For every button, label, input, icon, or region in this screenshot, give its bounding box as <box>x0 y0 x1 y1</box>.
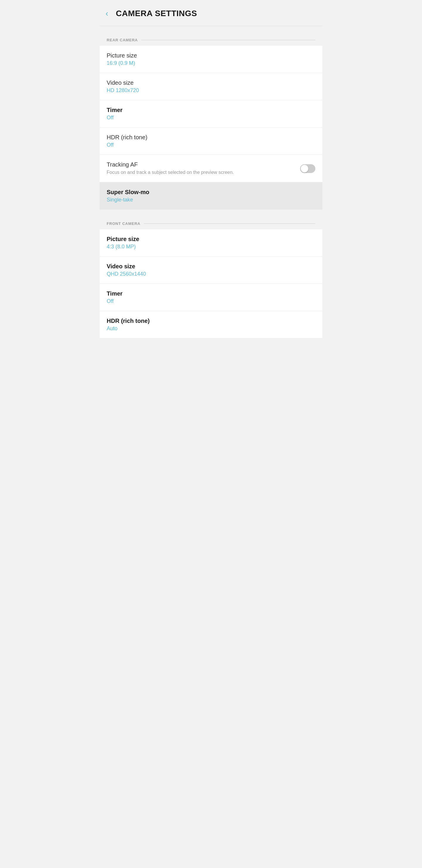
setting-item-front-video-size[interactable]: Video sizeQHD 2560x1440 <box>100 256 322 284</box>
setting-item-front-hdr[interactable]: HDR (rich tone)Auto <box>100 311 322 338</box>
setting-item-front-timer[interactable]: TimerOff <box>100 284 322 311</box>
section-label-rear-camera: REAR CAMERA <box>100 31 322 46</box>
setting-value-rear-super-slow-mo: Single-take <box>107 197 315 203</box>
page-container: ‹ CAMERA SETTINGS REAR CAMERA Picture si… <box>100 0 322 338</box>
setting-content-rear-tracking-af: Tracking AFFocus on and track a subject … <box>107 161 295 176</box>
setting-content-front-video-size: Video sizeQHD 2560x1440 <box>107 263 315 277</box>
setting-content-front-timer: TimerOff <box>107 290 315 304</box>
setting-content-rear-video-size: Video sizeHD 1280x720 <box>107 80 315 94</box>
setting-value-rear-video-size: HD 1280x720 <box>107 87 315 94</box>
setting-value-front-video-size: QHD 2560x1440 <box>107 271 315 277</box>
setting-content-front-hdr: HDR (rich tone)Auto <box>107 318 315 332</box>
section-label-front-camera: FRONT CAMERA <box>100 214 322 229</box>
setting-value-rear-hdr: Off <box>107 142 315 148</box>
setting-item-rear-tracking-af[interactable]: Tracking AFFocus on and track a subject … <box>100 155 322 182</box>
setting-value-rear-picture-size: 16:9 (0.9 M) <box>107 60 315 66</box>
setting-content-rear-super-slow-mo: Super Slow-moSingle-take <box>107 189 315 203</box>
setting-name-front-video-size: Video size <box>107 263 315 270</box>
setting-item-rear-picture-size[interactable]: Picture size16:9 (0.9 M) <box>100 46 322 73</box>
setting-name-rear-picture-size: Picture size <box>107 52 315 59</box>
setting-name-rear-tracking-af: Tracking AF <box>107 161 295 168</box>
setting-name-front-picture-size: Picture size <box>107 236 315 243</box>
setting-name-rear-video-size: Video size <box>107 80 315 86</box>
setting-item-front-picture-size[interactable]: Picture size4:3 (8.0 MP) <box>100 229 322 256</box>
back-button[interactable]: ‹ <box>104 8 110 19</box>
setting-value-front-picture-size: 4:3 (8.0 MP) <box>107 244 315 250</box>
setting-content-rear-timer: TimerOff <box>107 107 315 121</box>
setting-name-rear-hdr: HDR (rich tone) <box>107 134 315 141</box>
header: ‹ CAMERA SETTINGS <box>100 0 322 26</box>
settings-list: REAR CAMERA Picture size16:9 (0.9 M)Vide… <box>100 26 322 338</box>
page-title: CAMERA SETTINGS <box>116 9 197 18</box>
setting-item-rear-super-slow-mo[interactable]: Super Slow-moSingle-take <box>100 182 322 210</box>
setting-item-rear-hdr[interactable]: HDR (rich tone)Off <box>100 128 322 155</box>
setting-value-front-hdr: Auto <box>107 326 315 332</box>
setting-name-front-timer: Timer <box>107 290 315 297</box>
setting-name-rear-timer: Timer <box>107 107 315 114</box>
setting-item-rear-timer[interactable]: TimerOff <box>100 100 322 128</box>
setting-value-rear-timer: Off <box>107 115 315 121</box>
setting-value-front-timer: Off <box>107 298 315 304</box>
section-label-text-rear-camera: REAR CAMERA <box>107 38 138 42</box>
toggle-rear-tracking-af[interactable] <box>300 164 315 173</box>
section-label-line-rear-camera <box>141 40 315 40</box>
section-spacer-rear-camera <box>100 26 322 31</box>
setting-content-rear-picture-size: Picture size16:9 (0.9 M) <box>107 52 315 66</box>
setting-content-rear-hdr: HDR (rich tone)Off <box>107 134 315 148</box>
section-label-text-front-camera: FRONT CAMERA <box>107 221 140 226</box>
setting-content-front-picture-size: Picture size4:3 (8.0 MP) <box>107 236 315 250</box>
setting-item-rear-video-size[interactable]: Video sizeHD 1280x720 <box>100 73 322 100</box>
section-spacer-front-camera <box>100 210 322 214</box>
setting-name-rear-super-slow-mo: Super Slow-mo <box>107 189 315 195</box>
section-label-line-front-camera <box>144 223 315 224</box>
setting-description-rear-tracking-af: Focus on and track a subject selected on… <box>107 169 295 176</box>
setting-name-front-hdr: HDR (rich tone) <box>107 318 315 324</box>
